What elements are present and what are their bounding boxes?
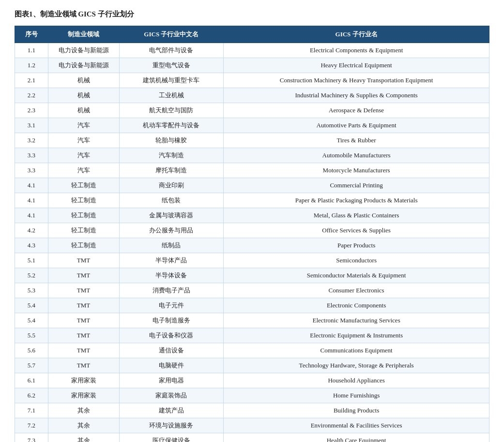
table-cell: 5.7 xyxy=(15,358,48,373)
table-cell: Office Services & Supplies xyxy=(224,223,489,238)
table-cell: Aerospace & Defense xyxy=(224,103,489,118)
table-cell: Motorcycle Manufacturers xyxy=(224,163,489,178)
table-row: 4.1轻工制造金属与玻璃容器Metal, Glass & Plastic Con… xyxy=(15,208,489,223)
table-cell: 金属与玻璃容器 xyxy=(119,208,224,223)
table-cell: 半导体设备 xyxy=(119,268,224,283)
table-row: 2.2机械工业机械Industrial Machinery & Supplies… xyxy=(15,88,489,103)
table-cell: Construction Machinery & Heavy Transport… xyxy=(224,73,489,88)
table-cell: 家用家装 xyxy=(48,373,119,388)
table-cell: 航天航空与国防 xyxy=(119,103,224,118)
table-cell: 6.1 xyxy=(15,373,48,388)
table-row: 5.4TMT电子制造服务Electronic Manufacturing Ser… xyxy=(15,313,489,328)
table-row: 3.2汽车轮胎与橡胶Tires & Rubber xyxy=(15,133,489,148)
table-cell: 4.2 xyxy=(15,223,48,238)
table-cell: Semiconductors xyxy=(224,253,489,268)
table-cell: 4.1 xyxy=(15,178,48,193)
table-cell: Electronic Manufacturing Services xyxy=(224,313,489,328)
table-row: 6.2家用家装家庭装饰品Home Furnishings xyxy=(15,388,489,403)
table-cell: 其余 xyxy=(48,418,119,433)
table-row: 5.7TMT电脑硬件Technology Hardware, Storage &… xyxy=(15,358,489,373)
table-cell: 5.5 xyxy=(15,328,48,343)
table-row: 1.1电力设备与新能源电气部件与设备Electrical Components … xyxy=(15,43,489,58)
table-cell: 3.1 xyxy=(15,118,48,133)
table-cell: Tires & Rubber xyxy=(224,133,489,148)
table-cell: 5.6 xyxy=(15,343,48,358)
table-row: 1.2电力设备与新能源重型电气设备Heavy Electrical Equipm… xyxy=(15,58,489,73)
table-cell: 轻工制造 xyxy=(48,178,119,193)
table-cell: TMT xyxy=(48,328,119,343)
table-row: 4.2轻工制造办公服务与用品Office Services & Supplies xyxy=(15,223,489,238)
table-cell: Industrial Machinery & Supplies & Compon… xyxy=(224,88,489,103)
table-cell: 2.1 xyxy=(15,73,48,88)
table-row: 4.1轻工制造商业印刷Commercial Printing xyxy=(15,178,489,193)
table-cell: 机械 xyxy=(48,88,119,103)
table-cell: Metal, Glass & Plastic Containers xyxy=(224,208,489,223)
table-cell: Electronic Components xyxy=(224,298,489,313)
table-cell: 7.2 xyxy=(15,418,48,433)
table-row: 2.1机械建筑机械与重型卡车Construction Machinery & H… xyxy=(15,73,489,88)
table-cell: 摩托车制造 xyxy=(119,163,224,178)
table-cell: 5.4 xyxy=(15,313,48,328)
table-row: 7.2其余环境与设施服务Environmental & Facilities S… xyxy=(15,418,489,433)
table-row: 3.1汽车机动车零配件与设备Automotive Parts & Equipme… xyxy=(15,118,489,133)
table-cell: TMT xyxy=(48,268,119,283)
table-cell: 其余 xyxy=(48,403,119,418)
table-cell: 办公服务与用品 xyxy=(119,223,224,238)
table-cell: 7.1 xyxy=(15,403,48,418)
table-cell: 电力设备与新能源 xyxy=(48,58,119,73)
table-cell: 1.2 xyxy=(15,58,48,73)
table-row: 5.1TMT半导体产品Semiconductors xyxy=(15,253,489,268)
table-row: 5.2TMT半导体设备Semiconductor Materials & Equ… xyxy=(15,268,489,283)
table-cell: 机动车零配件与设备 xyxy=(119,118,224,133)
table-cell: Consumer Electronics xyxy=(224,283,489,298)
table-cell: 机械 xyxy=(48,73,119,88)
table-row: 5.3TMT消费电子产品Consumer Electronics xyxy=(15,283,489,298)
table-cell: 5.1 xyxy=(15,253,48,268)
table-cell: 轮胎与橡胶 xyxy=(119,133,224,148)
table-cell: 电子制造服务 xyxy=(119,313,224,328)
table-cell: TMT xyxy=(48,313,119,328)
table-cell: 1.1 xyxy=(15,43,48,58)
table-cell: Home Furnishings xyxy=(224,388,489,403)
table-cell: 家庭装饰品 xyxy=(119,388,224,403)
table-row: 2.3机械航天航空与国防Aerospace & Defense xyxy=(15,103,489,118)
table-cell: 建筑产品 xyxy=(119,403,224,418)
table-cell: TMT xyxy=(48,298,119,313)
table-cell: Environmental & Facilities Services xyxy=(224,418,489,433)
table-cell: TMT xyxy=(48,358,119,373)
table-cell: 6.2 xyxy=(15,388,48,403)
table-cell: 轻工制造 xyxy=(48,238,119,253)
table-header-row: 序号 制造业领域 GICS 子行业中文名 GICS 子行业名 xyxy=(15,26,489,43)
table-cell: 半导体产品 xyxy=(119,253,224,268)
table-cell: 电力设备与新能源 xyxy=(48,43,119,58)
table-cell: 4.1 xyxy=(15,208,48,223)
table-cell: 轻工制造 xyxy=(48,208,119,223)
header-seq: 序号 xyxy=(15,26,48,43)
table-cell: 汽车 xyxy=(48,163,119,178)
table-row: 3.3汽车摩托车制造Motorcycle Manufacturers xyxy=(15,163,489,178)
table-cell: 商业印刷 xyxy=(119,178,224,193)
table-cell: 医疗保健设备 xyxy=(119,433,224,442)
table-cell: TMT xyxy=(48,343,119,358)
table-cell: 4.1 xyxy=(15,193,48,208)
table-cell: Commercial Printing xyxy=(224,178,489,193)
table-cell: 3.2 xyxy=(15,133,48,148)
table-cell: 汽车 xyxy=(48,133,119,148)
table-cell: 4.3 xyxy=(15,238,48,253)
table-cell: 5.4 xyxy=(15,298,48,313)
table-cell: 汽车 xyxy=(48,148,119,163)
table-cell: 通信设备 xyxy=(119,343,224,358)
table-cell: 家用家装 xyxy=(48,388,119,403)
table-cell: 纸包装 xyxy=(119,193,224,208)
table-cell: Heavy Electrical Equipment xyxy=(224,58,489,73)
table-cell: 电子元件 xyxy=(119,298,224,313)
table-cell: 轻工制造 xyxy=(48,193,119,208)
header-domain: 制造业领域 xyxy=(48,26,119,43)
table-cell: Semiconductor Materials & Equipment xyxy=(224,268,489,283)
table-cell: 电脑硬件 xyxy=(119,358,224,373)
table-cell: Technology Hardware, Storage & Periphera… xyxy=(224,358,489,373)
table-cell: 其余 xyxy=(48,433,119,442)
table-cell: Household Appliances xyxy=(224,373,489,388)
table-row: 5.4TMT电子元件Electronic Components xyxy=(15,298,489,313)
table-cell: 轻工制造 xyxy=(48,223,119,238)
